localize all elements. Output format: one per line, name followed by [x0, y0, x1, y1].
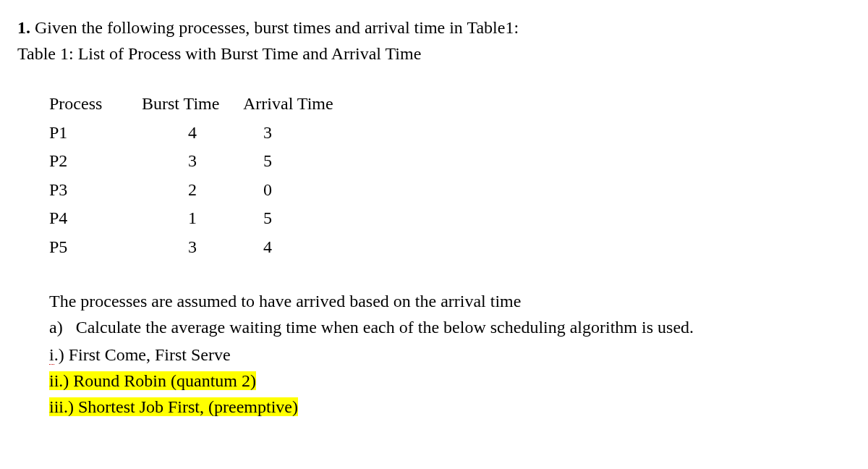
table-row: P5 3 4 [49, 233, 851, 262]
item-iii-text: iii.) Shortest Job First, (preemptive) [49, 397, 298, 416]
cell-burst: 2 [142, 176, 243, 205]
table-row: P2 3 5 [49, 147, 851, 176]
item-i: i.) First Come, First Serve [49, 342, 851, 368]
process-table: Process Burst Time Arrival Time P1 4 3 P… [49, 90, 851, 262]
item-ii-text: ii.) Round Robin (quantum 2) [49, 371, 256, 390]
cell-burst: 1 [142, 204, 243, 233]
cell-burst: 4 [142, 119, 243, 148]
cell-arrival: 5 [243, 147, 373, 176]
table-row: P3 2 0 [49, 176, 851, 205]
cell-arrival: 0 [243, 176, 373, 205]
table-row: P1 4 3 [49, 119, 851, 148]
intro-line-2: Table 1: List of Process with Burst Time… [17, 41, 851, 67]
assumption-text: The processes are assumed to have arrive… [49, 288, 851, 314]
question-intro: 1. Given the following processes, burst … [17, 14, 851, 67]
question-number: 1. [17, 18, 30, 37]
cell-arrival: 5 [243, 204, 373, 233]
part-a-text: a) Calculate the average waiting time wh… [49, 314, 851, 340]
sub-items: i.) First Come, First Serve ii.) Round R… [49, 342, 851, 420]
cell-arrival: 4 [243, 233, 373, 262]
table-header-row: Process Burst Time Arrival Time [49, 90, 851, 119]
cell-arrival: 3 [243, 119, 373, 148]
cell-process: P5 [49, 233, 142, 262]
item-i-num: i [49, 345, 54, 365]
item-iii: iii.) Shortest Job First, (preemptive) [49, 394, 851, 420]
intro-line-1-text: Given the following processes, burst tim… [30, 18, 519, 37]
cell-process: P4 [49, 204, 142, 233]
cell-burst: 3 [142, 233, 243, 262]
header-arrival: Arrival Time [243, 90, 373, 119]
header-process: Process [49, 90, 142, 119]
question-body: The processes are assumed to have arrive… [49, 288, 851, 420]
cell-burst: 3 [142, 147, 243, 176]
cell-process: P1 [49, 119, 142, 148]
header-burst: Burst Time [142, 90, 243, 119]
table-row: P4 1 5 [49, 204, 851, 233]
item-i-text: .) First Come, First Serve [54, 345, 231, 364]
intro-line-1: 1. Given the following processes, burst … [17, 14, 851, 41]
cell-process: P3 [49, 176, 142, 205]
cell-process: P2 [49, 147, 142, 176]
item-ii: ii.) Round Robin (quantum 2) [49, 368, 851, 394]
